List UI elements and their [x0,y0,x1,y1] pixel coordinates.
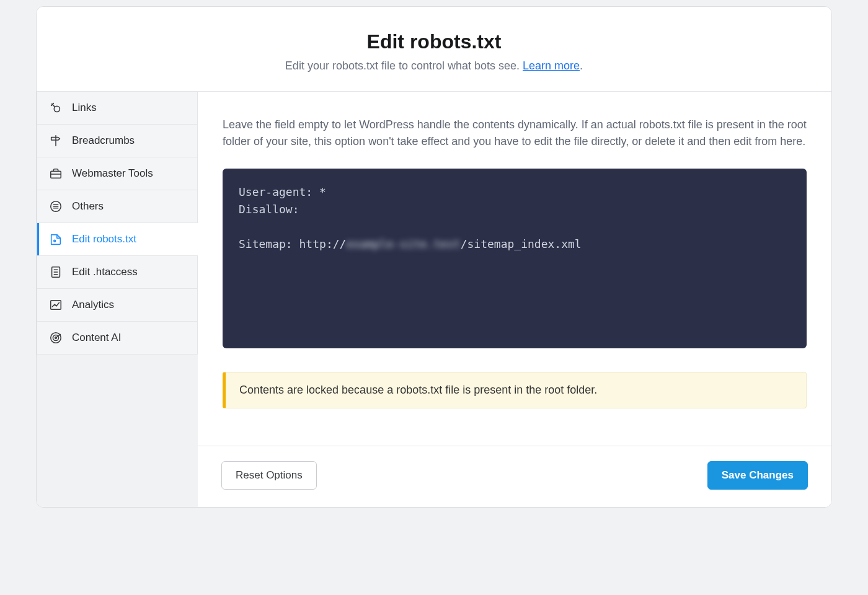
sidebar-item-label: Edit .htaccess [72,266,138,278]
panel-header: Edit robots.txt Edit your robots.txt fil… [37,7,831,92]
learn-more-link[interactable]: Learn more [523,60,580,72]
document-lines-icon [48,265,63,280]
save-changes-button[interactable]: Save Changes [707,461,808,490]
field-description: Leave the field empty to let WordPress h… [223,117,807,150]
radar-icon [48,330,63,345]
sidebar-item-label: Webmaster Tools [72,167,153,180]
robots-txt-editor[interactable]: User-agent: * Disallow: Sitemap: http://… [223,169,807,348]
settings-sidebar: Links Breadcrumbs [37,92,198,507]
robots-line-disallow: Disallow: [239,203,299,216]
sidebar-item-content-ai[interactable]: Content AI [37,322,198,355]
list-icon [48,199,63,214]
content-area: Leave the field empty to let WordPress h… [198,92,831,507]
sidebar-item-edit-robots[interactable]: Edit robots.txt [37,223,198,256]
sidebar-item-edit-htaccess[interactable]: Edit .htaccess [37,256,198,289]
robots-file-icon [48,232,63,247]
robots-sitemap-domain: example-site.test [346,236,460,253]
signpost-icon [48,133,63,148]
sidebar-item-label: Links [72,102,97,114]
sidebar-item-links[interactable]: Links [37,92,198,125]
sidebar-item-label: Edit robots.txt [72,233,136,245]
page-title: Edit robots.txt [49,30,819,53]
sidebar-item-label: Content AI [72,332,121,344]
panel-body: Links Breadcrumbs [37,92,831,507]
link-icon [48,100,63,115]
sidebar-item-label: Others [72,200,104,213]
panel-footer: Reset Options Save Changes [198,446,831,507]
chart-icon [48,298,63,312]
page-subtitle: Edit your robots.txt file to control wha… [49,60,819,73]
sidebar-item-others[interactable]: Others [37,190,198,223]
sidebar-item-breadcrumbs[interactable]: Breadcrumbs [37,125,198,157]
settings-panel: Edit robots.txt Edit your robots.txt fil… [36,6,832,508]
robots-sitemap-suffix: /sitemap_index.xml [461,237,582,250]
notice-text: Contents are locked because a robots.txt… [239,384,597,396]
sidebar-item-analytics[interactable]: Analytics [37,289,198,322]
svg-point-10 [54,240,56,242]
sidebar-item-webmaster-tools[interactable]: Webmaster Tools [37,157,198,190]
robots-line-user-agent: User-agent: * [239,185,326,198]
subtitle-suffix: . [580,60,583,72]
briefcase-icon [48,166,63,181]
reset-options-button[interactable]: Reset Options [221,461,317,490]
locked-notice: Contents are locked because a robots.txt… [223,372,807,408]
svg-rect-4 [51,171,61,178]
sidebar-item-label: Analytics [72,299,114,311]
subtitle-text: Edit your robots.txt file to control wha… [285,60,523,72]
sidebar-item-label: Breadcrumbs [72,134,135,147]
robots-sitemap-prefix: Sitemap: http:// [239,237,346,250]
